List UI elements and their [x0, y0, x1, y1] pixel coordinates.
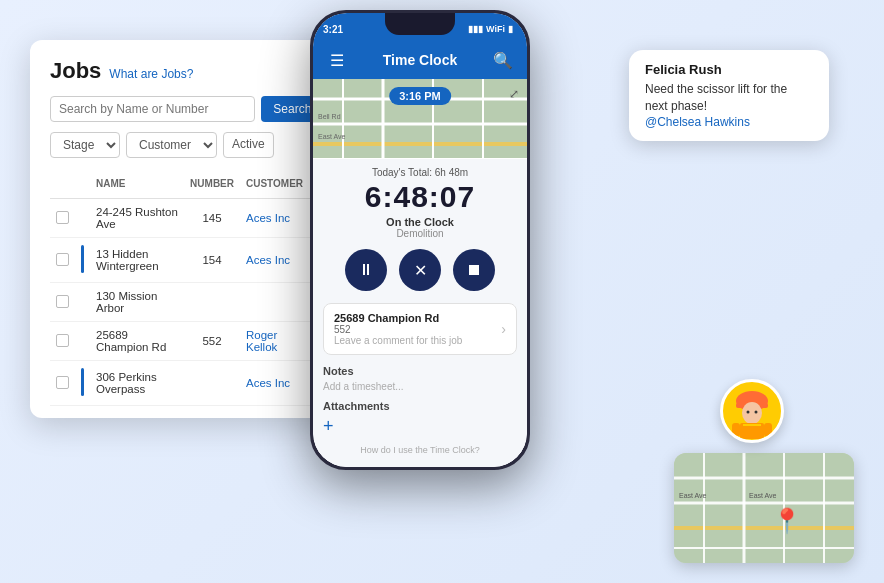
help-text[interactable]: How do I use the Time Clock?: [323, 445, 517, 455]
svg-text:East Ave: East Ave: [749, 492, 777, 499]
customer-filter[interactable]: Customer: [126, 132, 217, 158]
map-snippet: East Ave East Ave 📍: [674, 453, 854, 563]
svg-point-14: [747, 411, 750, 414]
row-checkbox[interactable]: [50, 361, 75, 406]
phone-notch: [385, 13, 455, 35]
notes-placeholder[interactable]: Add a timesheet...: [323, 381, 517, 392]
wifi-icon: WiFi: [486, 24, 505, 34]
map-snippet-inner: East Ave East Ave 📍: [674, 453, 854, 563]
worker-avatar: [720, 379, 784, 443]
stage-filter[interactable]: Stage: [50, 132, 120, 158]
switch-button[interactable]: ✕: [399, 249, 441, 291]
row-bar: [75, 322, 90, 361]
col-number: NUMBER: [184, 168, 240, 199]
svg-text:East Ave: East Ave: [679, 492, 707, 499]
attachments-label: Attachments: [323, 400, 517, 412]
appbar-title: Time Clock: [349, 52, 491, 68]
svg-rect-18: [732, 423, 740, 437]
map-time-bubble: 3:16 PM: [389, 87, 451, 105]
svg-rect-17: [743, 424, 761, 426]
row-name: 25689 Champion Rd: [90, 322, 184, 361]
active-filter[interactable]: Active: [223, 132, 274, 158]
row-checkbox[interactable]: [50, 199, 75, 238]
job-card[interactable]: 25689 Champion Rd 552 Leave a comment fo…: [323, 303, 517, 355]
map-snippet-svg: East Ave East Ave: [674, 453, 854, 563]
notification-bubble: Felicia Rush Need the scissor lift for t…: [629, 50, 829, 141]
add-attachment-button[interactable]: +: [323, 416, 517, 437]
battery-icon: ▮: [508, 24, 513, 34]
row-bar: [75, 283, 90, 322]
row-number: 145: [184, 199, 240, 238]
row-customer[interactable]: Roger Kellok: [240, 322, 312, 361]
on-clock-label: On the Clock: [323, 216, 517, 228]
row-name: 130 Mission Arbor: [90, 283, 184, 322]
notif-sender-name: Felicia Rush: [645, 62, 813, 77]
col-name: NAME: [90, 168, 184, 199]
svg-point-15: [755, 411, 758, 414]
phone-device: 3:21 ▮▮▮ WiFi ▮ ☰ Time Clock 🔍: [310, 10, 530, 470]
status-time: 3:21: [323, 24, 343, 35]
row-checkbox[interactable]: [50, 238, 75, 283]
job-card-comment: Leave a comment for this job: [334, 335, 462, 346]
chevron-right-icon: ›: [501, 321, 506, 337]
notif-mention[interactable]: @Chelsea Hawkins: [645, 115, 813, 129]
statusbar-icons: ▮▮▮ WiFi ▮: [468, 24, 513, 34]
on-clock-sub: Demolition: [323, 228, 517, 239]
row-name: 24-245 Rushton Ave: [90, 199, 184, 238]
phone-screen: 3:21 ▮▮▮ WiFi ▮ ☰ Time Clock 🔍: [313, 13, 527, 467]
notes-label: Notes: [323, 365, 517, 377]
row-customer[interactable]: Aces Inc: [240, 361, 312, 406]
phone-appbar: ☰ Time Clock 🔍: [313, 41, 527, 79]
timer-controls: ⏸ ✕ ⏹: [323, 249, 517, 291]
phone-wrapper: 3:21 ▮▮▮ WiFi ▮ ☰ Time Clock 🔍: [310, 10, 530, 470]
row-customer: [240, 283, 312, 322]
row-number: [184, 283, 240, 322]
svg-text:East Ave: East Ave: [318, 133, 346, 140]
col-check: [50, 168, 75, 199]
pause-button[interactable]: ⏸: [345, 249, 387, 291]
menu-icon[interactable]: ☰: [325, 51, 349, 70]
row-bar: [75, 199, 90, 238]
row-number: [184, 361, 240, 406]
today-total: Today's Total: 6h 48m: [323, 167, 517, 178]
search-input[interactable]: [50, 96, 255, 122]
big-timer: 6:48:07: [323, 180, 517, 214]
signal-icon: ▮▮▮: [468, 24, 483, 34]
row-name: 306 Perkins Overpass: [90, 361, 184, 406]
svg-rect-19: [764, 423, 772, 437]
row-number: 552: [184, 322, 240, 361]
row-customer[interactable]: Aces Inc: [240, 199, 312, 238]
svg-text:Bell Rd: Bell Rd: [318, 113, 341, 120]
row-checkbox[interactable]: [50, 322, 75, 361]
row-bar: [75, 238, 90, 283]
worker-illustration: [724, 383, 780, 439]
phone-content[interactable]: Today's Total: 6h 48m 6:48:07 On the Clo…: [313, 159, 527, 467]
search-icon[interactable]: 🔍: [491, 51, 515, 70]
stop-button[interactable]: ⏹: [453, 249, 495, 291]
svg-point-13: [742, 402, 762, 424]
notif-message: Need the scissor lift for the next phase…: [645, 81, 813, 115]
row-customer[interactable]: Aces Inc: [240, 238, 312, 283]
row-bar: [75, 361, 90, 406]
svg-rect-20: [674, 453, 854, 563]
worker-circle: [720, 379, 784, 443]
col-bar: [75, 168, 90, 199]
phone-map: Bell Rd East Ave 3:16 PM ⤢: [313, 79, 527, 159]
row-number: 154: [184, 238, 240, 283]
map-pin-icon: 📍: [772, 507, 802, 535]
job-card-address: 25689 Champion Rd: [334, 312, 462, 324]
row-name: 13 Hidden Wintergreen: [90, 238, 184, 283]
what-are-jobs-link[interactable]: What are Jobs?: [109, 67, 193, 81]
jobs-title: Jobs: [50, 58, 101, 84]
job-card-left: 25689 Champion Rd 552 Leave a comment fo…: [334, 312, 462, 346]
row-checkbox[interactable]: [50, 283, 75, 322]
job-card-number: 552: [334, 324, 462, 335]
col-customer: CUSTOMER: [240, 168, 312, 199]
expand-icon[interactable]: ⤢: [509, 87, 519, 101]
